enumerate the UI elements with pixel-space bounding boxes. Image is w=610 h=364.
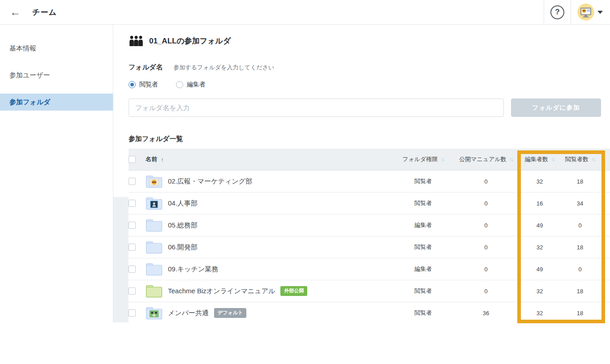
radio-editor[interactable]: 編集者: [176, 81, 206, 89]
column-viewer-count[interactable]: 閲覧者数: [565, 156, 589, 163]
row-checkbox[interactable]: [129, 309, 136, 317]
table-body: 02.広報・マーケティング部 閲覧者 0 32 18 04.人事部 閲覧者 0 …: [129, 171, 610, 322]
account-menu[interactable]: [577, 4, 603, 21]
folder-name-label: フォルダ名: [129, 63, 163, 72]
main-content: 01_ALLの参加フォルダ フォルダ名 参加するフォルダを入力してください 閲覧…: [113, 25, 610, 322]
topbar-right: ?: [544, 0, 610, 24]
editor-count: 49: [520, 222, 560, 229]
viewer-count: 0: [560, 266, 600, 273]
viewer-count: 18: [560, 244, 600, 251]
folder-name[interactable]: 02.広報・マーケティング部: [168, 177, 252, 186]
row-checkbox[interactable]: [129, 266, 136, 273]
folder-permission: 閲覧者: [394, 243, 452, 251]
editor-count: 49: [520, 266, 560, 273]
row-checkbox[interactable]: [129, 244, 136, 251]
manual-count: 0: [452, 244, 520, 251]
radio-viewer[interactable]: 閲覧者: [129, 81, 158, 89]
page-title: 01_ALLの参加フォルダ: [149, 36, 231, 46]
column-permission[interactable]: フォルダ権限: [402, 156, 438, 163]
sort-asc-icon[interactable]: ↑: [161, 156, 164, 163]
editor-count: 16: [520, 200, 560, 207]
folder-icon: [146, 262, 163, 276]
sidebar-item-folders[interactable]: 参加フォルダ: [0, 94, 113, 111]
folder-name-helper: 参加するフォルダを入力してください: [173, 64, 274, 72]
sidebar-item-basic-info[interactable]: 基本情報: [0, 40, 113, 57]
folder-name-input[interactable]: [129, 98, 504, 117]
avatar[interactable]: [577, 4, 594, 21]
folder-icon: [146, 284, 163, 298]
app-body: 基本情報 参加ユーザー 参加フォルダ 01_ALLの参加フォルダ: [0, 25, 610, 322]
editor-count: 32: [520, 288, 560, 295]
radio-viewer-circle[interactable]: [129, 81, 136, 88]
row-checkbox[interactable]: [129, 178, 136, 185]
folder-icon: [146, 197, 163, 210]
column-name[interactable]: 名前: [146, 155, 157, 163]
table-row[interactable]: 06.開発部 閲覧者 0 32 18: [129, 236, 610, 258]
table-row[interactable]: メンバー共通 デフォルト 閲覧者 36 32 18: [129, 302, 610, 322]
folder-badge: 外部公開: [280, 286, 307, 296]
folder-name[interactable]: 05.総務部: [168, 221, 198, 230]
viewer-count: 18: [560, 310, 600, 317]
sort-icons[interactable]: ↑↓: [551, 156, 554, 163]
folder-icon: [146, 240, 163, 254]
folder-icon: [146, 218, 163, 232]
column-editor-count[interactable]: 編集者数: [525, 156, 548, 163]
manual-count: 0: [452, 222, 520, 229]
row-checkbox[interactable]: [129, 222, 136, 229]
viewer-count: 34: [560, 200, 600, 207]
row-checkbox[interactable]: [129, 200, 136, 207]
folder-permission: 編集者: [394, 265, 452, 273]
folder-permission: 閲覧者: [394, 287, 452, 295]
sort-icons[interactable]: ↑↓: [441, 156, 444, 163]
chevron-down-icon: [597, 11, 603, 14]
table-row[interactable]: 05.総務部 編集者 0 49 0: [129, 214, 610, 236]
sidebar-item-users[interactable]: 参加ユーザー: [0, 67, 113, 84]
sort-icons[interactable]: ↑↓: [509, 156, 513, 163]
team-people-icon: [129, 35, 144, 46]
back-arrow-icon[interactable]: ←: [10, 7, 21, 17]
help-icon[interactable]: ?: [550, 5, 564, 19]
permission-radio-group: 閲覧者 編集者: [129, 81, 601, 89]
radio-editor-label: 編集者: [187, 81, 206, 89]
join-folder-button[interactable]: フォルダに参加: [511, 98, 601, 117]
folder-icon: [146, 175, 163, 188]
table-left-gutter: [113, 197, 129, 322]
folder-permission: 閲覧者: [394, 177, 452, 185]
folder-permission: 閲覧者: [394, 309, 452, 317]
topbar-title: チーム: [32, 7, 57, 17]
page-header: 01_ALLの参加フォルダ: [129, 35, 601, 46]
table-row[interactable]: 02.広報・マーケティング部 閲覧者 0 32 18: [129, 171, 610, 193]
topbar: ← チーム ?: [0, 0, 610, 25]
sort-icons[interactable]: ↑↓: [591, 156, 595, 163]
select-all-checkbox[interactable]: [129, 156, 136, 163]
folder-form-label-row: フォルダ名 参加するフォルダを入力してください: [129, 63, 601, 72]
folder-badge: デフォルト: [214, 308, 246, 318]
folder-permission: 編集者: [394, 221, 452, 229]
sidebar: 基本情報 参加ユーザー 参加フォルダ: [0, 25, 113, 322]
folder-permission: 閲覧者: [394, 199, 452, 207]
table-row[interactable]: 04.人事部 閲覧者 0 16 34: [129, 193, 610, 214]
editor-count: 32: [520, 310, 560, 317]
folder-list-title: 参加フォルダ一覧: [129, 135, 601, 143]
folder-join-form: フォルダに参加: [129, 98, 601, 117]
viewer-count: 18: [560, 178, 600, 185]
editor-count: 32: [520, 244, 560, 251]
folder-name[interactable]: 06.開発部: [168, 243, 198, 252]
row-checkbox[interactable]: [129, 287, 136, 295]
radio-editor-circle[interactable]: [176, 81, 183, 88]
folder-icon: [146, 306, 163, 320]
manual-count: 0: [452, 288, 520, 295]
manual-count: 36: [452, 310, 520, 317]
viewer-count: 18: [560, 288, 600, 295]
manual-count: 0: [452, 178, 520, 185]
table-header-row: 名前 ↑ フォルダ権限↑↓ 公開マニュアル数↑↓ 編集者数↑↓ 閲覧者数↑↓: [129, 149, 610, 171]
folder-name[interactable]: 04.人事部: [168, 199, 198, 208]
manual-count: 0: [452, 200, 520, 207]
folder-name[interactable]: Teachme Bizオンラインマニュアル: [168, 287, 275, 295]
column-manual-count[interactable]: 公開マニュアル数: [459, 156, 507, 163]
folder-name[interactable]: 09.キッチン業務: [168, 265, 218, 274]
radio-viewer-label: 閲覧者: [139, 81, 158, 89]
folder-name[interactable]: メンバー共通: [168, 309, 209, 317]
table-row[interactable]: 09.キッチン業務 編集者 0 49 0: [129, 258, 610, 280]
table-row[interactable]: Teachme Bizオンラインマニュアル 外部公開 閲覧者 0 32 18: [129, 280, 610, 302]
